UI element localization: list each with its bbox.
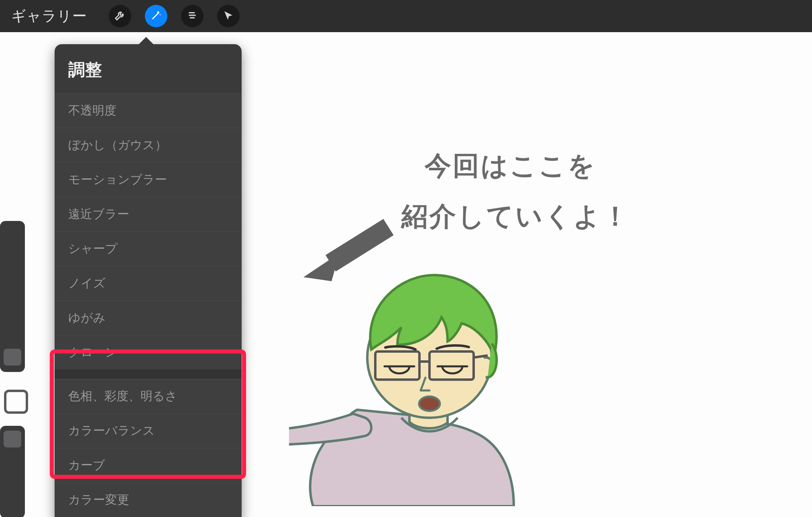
annotation-arrow-icon (303, 209, 400, 291)
wand-icon (150, 9, 162, 23)
actions-button[interactable] (109, 5, 131, 27)
annotation-text-line2: 紹介していくよ！ (401, 195, 630, 238)
slider-thumb[interactable] (4, 431, 21, 448)
selection-icon (186, 9, 198, 23)
character-illustration (289, 257, 610, 506)
opacity-slider[interactable] (0, 426, 25, 517)
adjust-item-recolor[interactable]: カラー変更 (55, 482, 242, 517)
svg-point-8 (419, 396, 440, 411)
adjust-item-opacity[interactable]: 不透明度 (55, 93, 242, 128)
svg-point-0 (160, 14, 161, 16)
brush-size-slider[interactable] (0, 221, 25, 372)
top-toolbar: ギャラリー (0, 0, 812, 32)
dropdown-separator (55, 370, 242, 379)
adjustments-button[interactable] (145, 5, 167, 27)
modifier-button[interactable] (4, 390, 28, 414)
svg-rect-2 (326, 219, 394, 272)
wrench-icon (114, 9, 126, 23)
adjust-item-curves[interactable]: カーブ (55, 448, 242, 482)
adjust-item-motion-blur[interactable]: モーションブラー (55, 162, 242, 197)
adjust-item-perspective-blur[interactable]: 遠近ブラー (55, 197, 242, 231)
adjustments-dropdown: 調整 不透明度 ぼかし（ガウス） モーションブラー 遠近ブラー シャープ ノイズ… (55, 44, 242, 517)
adjust-item-gaussian-blur[interactable]: ぼかし（ガウス） (55, 128, 242, 162)
pointer-icon (222, 9, 234, 23)
dropdown-title: 調整 (55, 44, 242, 93)
adjust-item-noise[interactable]: ノイズ (55, 266, 242, 300)
gallery-button[interactable]: ギャラリー (11, 6, 87, 26)
transform-button[interactable] (217, 5, 240, 27)
adjust-item-sharpen[interactable]: シャープ (55, 231, 242, 266)
adjust-item-color-balance[interactable]: カラーバランス (55, 413, 242, 448)
adjust-item-clone[interactable]: クローン (55, 335, 242, 370)
adjust-item-hsb[interactable]: 色相、彩度、明るさ (55, 379, 242, 413)
dropdown-list: 不透明度 ぼかし（ガウス） モーションブラー 遠近ブラー シャープ ノイズ ゆが… (55, 93, 242, 517)
annotation-text-line1: 今回はここを (425, 145, 596, 187)
adjust-item-liquify[interactable]: ゆがみ (55, 300, 242, 335)
slider-thumb[interactable] (4, 349, 21, 366)
selection-button[interactable] (181, 5, 204, 27)
